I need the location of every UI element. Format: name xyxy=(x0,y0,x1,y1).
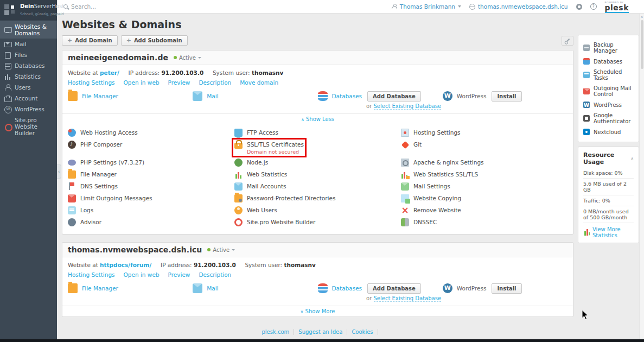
tool-ssl-tls-certificates[interactable]: SSL/TLS Certificates Domain not secured xyxy=(234,141,304,155)
link-move-domain[interactable]: Move domain xyxy=(240,79,278,86)
tool-limit-outgoing-messages[interactable]: Limit Outgoing Messages xyxy=(68,194,152,202)
add-database-button[interactable]: Add Database xyxy=(367,283,421,294)
database-icon xyxy=(318,91,328,101)
link-description[interactable]: Description xyxy=(199,79,231,86)
footer-link-cookies[interactable]: Cookies xyxy=(347,329,378,335)
sidebar-collapse-handle[interactable]: ‹ xyxy=(57,164,61,179)
tool-apache-nginx-settings[interactable]: Apache & nginx Settings xyxy=(401,159,484,167)
footer-link-suggest-an-idea[interactable]: Suggest an Idea xyxy=(294,329,347,335)
link-open-in-web[interactable]: Open in web xyxy=(124,271,160,278)
user-menu[interactable]: Thomas Brinkmann xyxy=(392,3,461,10)
sidebar-item-account[interactable]: Account xyxy=(0,93,57,104)
domain-info-line: Website at httpdocs/forum/ IP address: 9… xyxy=(68,261,568,269)
sidebar-item-databases[interactable]: Databases xyxy=(0,60,57,71)
brand-logo[interactable]: DeinServerHost Schnell, günstig, prepaid xyxy=(0,0,57,20)
wordpress-label: WordPress xyxy=(457,285,487,292)
tool-file-manager[interactable]: File Manager xyxy=(68,170,117,179)
tool-nodejs[interactable]: Node.js xyxy=(234,159,268,167)
wordpress-label: WordPress xyxy=(457,93,487,99)
tool-web-hosting-access[interactable]: Web Hosting Access xyxy=(68,129,138,137)
databases-link[interactable]: Databases xyxy=(332,285,362,292)
quick-link-nextcloud[interactable]: Nextcloud xyxy=(583,126,634,137)
tool-dnssec[interactable]: DNSSEC xyxy=(401,218,437,226)
status-badge[interactable]: Active xyxy=(207,247,235,253)
search-input[interactable] xyxy=(71,3,180,10)
quick-link-outgoing-mail-control[interactable]: Outgoing Mail Control xyxy=(583,83,634,99)
website-path-link[interactable]: peter/ xyxy=(100,69,119,76)
mail-link[interactable]: Mail xyxy=(207,285,218,292)
tool-ftp-access[interactable]: FTP Access xyxy=(234,129,278,137)
resource-usage-panel: Resource Usage ∧ Disk space: 0% 5.6 MB u… xyxy=(578,147,639,243)
show-more-link[interactable]: ∨ Show More xyxy=(301,308,335,314)
status-badge[interactable]: Active xyxy=(174,55,201,61)
tool-logs[interactable]: Logs xyxy=(68,206,93,214)
tool-php-composer[interactable]: PHP Composer xyxy=(68,141,122,155)
gear-icon[interactable] xyxy=(576,4,582,10)
tool-mail-settings[interactable]: Mail Settings xyxy=(401,182,450,191)
quick-link-google-authenticator[interactable]: Google Authenticator xyxy=(583,110,634,126)
sidebar-item-sitepro-website-builder[interactable]: Site.pro Website Builder xyxy=(0,115,57,138)
tool-web-statistics-ssl-tls[interactable]: Web Statistics SSL/TLS xyxy=(401,170,478,179)
quick-link-backup-manager[interactable]: Backup Manager xyxy=(583,40,634,56)
sidebar-item-wordpress[interactable]: WordPress xyxy=(0,104,57,115)
tool-website-copying[interactable]: Website Copying xyxy=(401,194,461,202)
folder-icon xyxy=(68,91,78,101)
tool-web-users[interactable]: Web Users xyxy=(234,206,277,214)
quick-link-databases[interactable]: Databases xyxy=(583,56,634,67)
tool-mail-accounts[interactable]: Mail Accounts xyxy=(234,182,286,191)
sidebar-item-users[interactable]: Users xyxy=(0,82,57,93)
server-menu[interactable]: thomas.nvmewebspace.dsh.icu xyxy=(469,3,568,10)
tool-password-protected-directories[interactable]: Password-Protected Directories xyxy=(234,194,335,202)
link-hosting-settings[interactable]: Hosting Settings xyxy=(68,79,115,86)
select-existing-database-link[interactable]: Select Existing Database xyxy=(374,295,442,302)
sidebar: DeinServerHost Schnell, günstig, prepaid… xyxy=(0,0,57,339)
add-database-button[interactable]: Add Database xyxy=(367,91,421,102)
mail-link[interactable]: Mail xyxy=(207,93,218,99)
files-icon xyxy=(4,52,11,58)
resource-usage-title: Resource Usage xyxy=(583,151,630,166)
sidebar-item-websites-domains[interactable]: Websites & Domains xyxy=(0,21,57,39)
sidebar-item-files[interactable]: Files xyxy=(0,49,57,60)
select-existing-database-link[interactable]: Select Existing Database xyxy=(374,103,442,110)
page-scrollbar[interactable]: ∧ xyxy=(639,14,644,339)
link-open-in-web[interactable]: Open in web xyxy=(124,79,160,86)
footer-link-plesk-com[interactable]: plesk.com xyxy=(257,329,294,335)
show-more-row: ∨ Show More xyxy=(62,306,573,316)
quick-link-wordpress[interactable]: WordPress xyxy=(583,99,634,110)
show-less-link[interactable]: ∧ Show Less xyxy=(301,116,334,122)
tool-web-statistics[interactable]: Web Statistics xyxy=(234,170,287,179)
link-preview[interactable]: Preview xyxy=(168,79,190,86)
help-icon[interactable]: ? xyxy=(590,3,597,10)
sitepro-icon xyxy=(234,218,243,226)
add-subdomain-button[interactable]: + Add Subdomain xyxy=(121,35,188,46)
website-path-link[interactable]: httpdocs/forum/ xyxy=(100,262,151,268)
install-wordpress-button[interactable]: Install xyxy=(492,91,521,102)
envelope-gear-icon xyxy=(401,182,409,191)
tool-hosting-settings[interactable]: Hosting Settings xyxy=(401,129,461,137)
plesk-logo[interactable]: POWERED BY plesk xyxy=(605,2,629,12)
add-domain-button[interactable]: + Add Domain xyxy=(62,35,118,46)
scroll-up-arrow[interactable]: ∧ xyxy=(640,14,644,19)
sidebar-item-statistics[interactable]: Statistics xyxy=(0,71,57,82)
quick-link-scheduled-tasks[interactable]: Scheduled Tasks xyxy=(583,67,634,83)
domain-card-meineeigenedomain: meineeigenedomain.de Active Website at p… xyxy=(62,50,573,235)
tool-advisor[interactable]: Advisor xyxy=(68,218,101,226)
globe-icon xyxy=(68,129,76,137)
file-manager-link[interactable]: File Manager xyxy=(82,93,118,99)
link-hosting-settings[interactable]: Hosting Settings xyxy=(68,271,115,278)
link-preview[interactable]: Preview xyxy=(168,271,190,278)
link-description[interactable]: Description xyxy=(199,271,231,278)
chevron-up-icon[interactable]: ∧ xyxy=(630,156,634,161)
install-wordpress-button[interactable]: Install xyxy=(492,283,521,294)
file-manager-link[interactable]: File Manager xyxy=(82,285,118,292)
view-more-statistics-link[interactable]: View More Statistics xyxy=(592,226,634,238)
customize-tools-button[interactable] xyxy=(562,36,573,46)
databases-link[interactable]: Databases xyxy=(332,93,362,99)
tool-sitepro-website-builder[interactable]: Site.pro Website Builder xyxy=(234,218,315,226)
tool-php-settings[interactable]: PHP Settings (v7.3.27) xyxy=(68,159,144,167)
tool-git[interactable]: Git xyxy=(401,141,422,155)
tool-remove-website[interactable]: Remove Website xyxy=(401,206,461,214)
tool-dns-settings[interactable]: DNS Settings xyxy=(68,182,118,191)
sidebar-item-mail[interactable]: Mail xyxy=(0,39,57,49)
scrollbar-thumb[interactable] xyxy=(641,20,643,69)
